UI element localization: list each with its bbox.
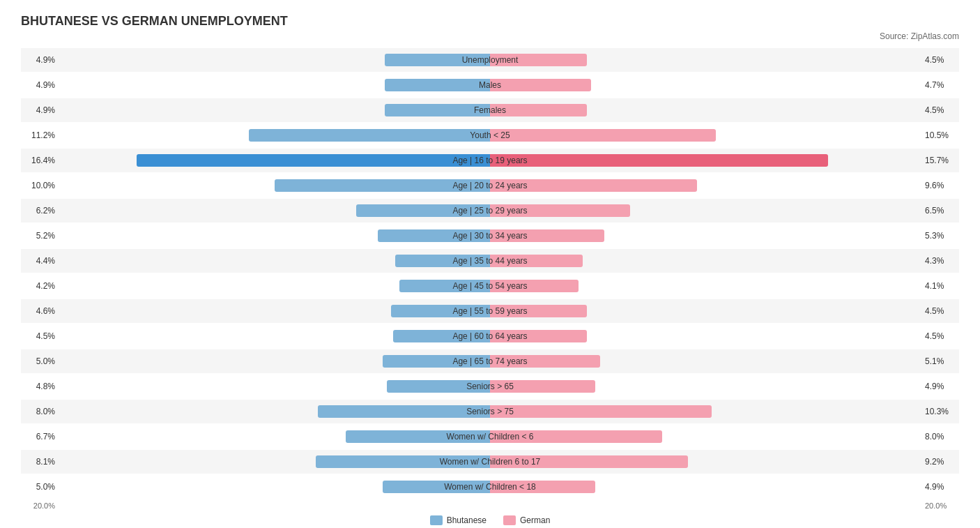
bars-area: Age | 55 to 59 years	[59, 299, 921, 323]
chart-row: 4.9%Males4.7%	[21, 73, 959, 97]
right-value: 4.3%	[921, 256, 959, 266]
bars-area: Youth < 25	[59, 123, 921, 147]
bar-label: Youth < 25	[470, 130, 510, 140]
source-label: Source: ZipAtlas.com	[21, 31, 959, 41]
bar-label: Age | 45 to 54 years	[452, 281, 527, 291]
bars-area: Males	[59, 73, 921, 97]
bhutanese-bar	[137, 154, 490, 167]
bar-label: Unemployment	[462, 55, 519, 65]
chart-row: 11.2%Youth < 2510.5%	[21, 123, 959, 147]
chart-row: 4.8%Seniors > 654.9%	[21, 375, 959, 398]
chart-row: 4.2%Age | 45 to 54 years4.1%	[21, 274, 959, 298]
right-value: 9.6%	[921, 181, 959, 190]
bars-area: Seniors > 65	[59, 375, 921, 398]
chart-row: 8.1%Women w/ Children 6 to 179.2%	[21, 450, 959, 474]
right-value: 6.5%	[921, 206, 959, 216]
bar-label: Females	[474, 105, 506, 115]
axis-right-label: 20.0%	[921, 501, 959, 510]
bars-area: Age | 25 to 29 years	[59, 199, 921, 222]
bars-area: Age | 45 to 54 years	[59, 274, 921, 298]
chart-row: 4.4%Age | 35 to 44 years4.3%	[21, 249, 959, 273]
left-value: 5.0%	[21, 356, 59, 366]
bar-label: Age | 65 to 74 years	[452, 356, 527, 366]
bar-label: Age | 35 to 44 years	[452, 256, 527, 266]
axis-row: 20.0%20.0%	[21, 501, 959, 510]
bars-area: Age | 35 to 44 years	[59, 249, 921, 273]
bars-area: Women w/ Children 6 to 17	[59, 450, 921, 474]
chart-row: 5.2%Age | 30 to 34 years5.3%	[21, 224, 959, 248]
right-value: 4.9%	[921, 482, 959, 492]
chart-row: 4.9%Females4.5%	[21, 98, 959, 122]
bar-label: Women w/ Children 6 to 17	[440, 457, 541, 467]
bars-area: Unemployment	[59, 48, 921, 72]
left-value: 10.0%	[21, 181, 59, 190]
german-bar	[490, 405, 712, 418]
left-value: 4.8%	[21, 382, 59, 391]
bar-label: Seniors > 65	[466, 382, 514, 391]
legend-bhutanese-box	[430, 515, 443, 525]
left-value: 4.4%	[21, 256, 59, 266]
bar-label: Women w/ Children < 6	[447, 432, 534, 442]
chart-row: 4.5%Age | 60 to 64 years4.5%	[21, 324, 959, 348]
bar-label: Age | 55 to 59 years	[452, 306, 527, 316]
right-value: 8.0%	[921, 432, 959, 442]
bar-label: Women w/ Children < 18	[444, 482, 536, 492]
left-value: 8.1%	[21, 457, 59, 467]
left-value: 16.4%	[21, 156, 59, 165]
legend-bhutanese: Bhutanese	[430, 515, 487, 525]
bars-area: Seniors > 75	[59, 400, 921, 423]
bar-label: Age | 60 to 64 years	[452, 331, 527, 341]
bars-area: Women w/ Children < 18	[59, 475, 921, 499]
right-value: 4.1%	[921, 281, 959, 291]
bhutanese-bar	[318, 405, 490, 418]
chart-row: 16.4%Age | 16 to 19 years15.7%	[21, 149, 959, 172]
chart-row: 10.0%Age | 20 to 24 years9.6%	[21, 174, 959, 197]
chart-row: 5.0%Women w/ Children < 184.9%	[21, 475, 959, 499]
chart-container: 4.9%Unemployment4.5%4.9%Males4.7%4.9%Fem…	[21, 48, 959, 510]
left-value: 6.2%	[21, 206, 59, 216]
bhutanese-bar	[249, 129, 490, 142]
right-value: 4.5%	[921, 105, 959, 115]
chart-row: 4.9%Unemployment4.5%	[21, 48, 959, 72]
right-value: 4.5%	[921, 306, 959, 316]
chart-title: BHUTANESE VS GERMAN UNEMPLOYMENT	[21, 14, 959, 29]
bar-label: Age | 30 to 34 years	[452, 231, 527, 241]
right-value: 15.7%	[921, 156, 959, 165]
bar-label: Males	[479, 80, 501, 90]
german-bar	[490, 129, 716, 142]
left-value: 4.9%	[21, 80, 59, 90]
right-value: 5.3%	[921, 231, 959, 241]
legend-german-label: German	[520, 515, 550, 525]
chart-row: 6.2%Age | 25 to 29 years6.5%	[21, 199, 959, 222]
chart-row: 6.7%Women w/ Children < 68.0%	[21, 425, 959, 448]
bars-area: Age | 20 to 24 years	[59, 174, 921, 197]
bars-area: Age | 60 to 64 years	[59, 324, 921, 348]
right-value: 4.5%	[921, 55, 959, 65]
left-value: 4.6%	[21, 306, 59, 316]
bar-label: Seniors > 75	[466, 407, 514, 416]
bars-area: Women w/ Children < 6	[59, 425, 921, 448]
legend-german: German	[503, 515, 550, 525]
right-value: 4.7%	[921, 80, 959, 90]
chart-row: 8.0%Seniors > 7510.3%	[21, 400, 959, 423]
axis-left-label: 20.0%	[21, 501, 59, 510]
right-value: 10.3%	[921, 407, 959, 416]
right-value: 9.2%	[921, 457, 959, 467]
bar-label: Age | 16 to 19 years	[452, 156, 527, 165]
bars-area: Females	[59, 98, 921, 122]
chart-row: 5.0%Age | 65 to 74 years5.1%	[21, 349, 959, 373]
german-bar	[490, 79, 591, 91]
bars-area: Age | 65 to 74 years	[59, 349, 921, 373]
legend-german-box	[503, 515, 516, 525]
bhutanese-bar	[385, 79, 490, 91]
bars-area: Age | 30 to 34 years	[59, 224, 921, 248]
left-value: 4.2%	[21, 281, 59, 291]
right-value: 4.5%	[921, 331, 959, 341]
bars-area: Age | 16 to 19 years	[59, 149, 921, 172]
legend-bhutanese-label: Bhutanese	[447, 515, 487, 525]
chart-row: 4.6%Age | 55 to 59 years4.5%	[21, 299, 959, 323]
left-value: 4.9%	[21, 55, 59, 65]
german-bar	[490, 154, 828, 167]
bar-label: Age | 25 to 29 years	[452, 206, 527, 216]
legend: Bhutanese German	[21, 515, 959, 525]
